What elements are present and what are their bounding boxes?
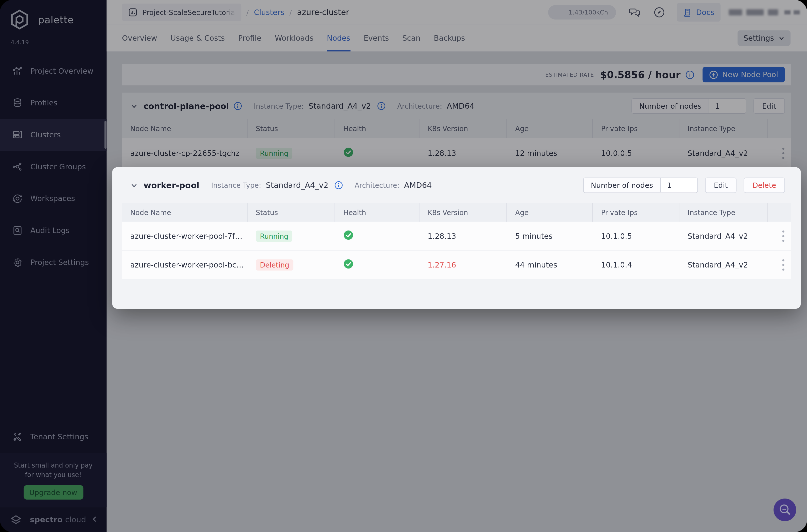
node-name-cell: azure-cluster-worker-pool-bc… xyxy=(122,261,248,269)
number-of-nodes-control: Number of nodes xyxy=(583,177,698,193)
delete-pool-button[interactable]: Delete xyxy=(744,177,785,193)
k8s-version-cell: 1.27.16 xyxy=(419,261,507,269)
pool-header-worker: worker-pool Instance Type: Standard_A4_v… xyxy=(122,167,791,203)
worker-pool-spotlight-card: worker-pool Instance Type: Standard_A4_v… xyxy=(112,167,801,308)
health-cell xyxy=(335,259,419,270)
k8s-version-cell: 1.28.13 xyxy=(419,232,507,240)
col-private-ips: Private Ips xyxy=(593,203,679,222)
row-menu-kebab-icon[interactable] xyxy=(768,258,791,272)
age-cell: 44 minutes xyxy=(507,261,593,269)
col-node-name: Node Name xyxy=(122,203,248,222)
status-badge: Deleting xyxy=(256,259,293,270)
collapse-chevron-icon[interactable] xyxy=(130,181,138,189)
search-smile-icon xyxy=(778,503,792,517)
instance-type-cell: Standard_A4_v2 xyxy=(679,232,768,240)
col-instance-type: Instance Type xyxy=(679,203,768,222)
table-row[interactable]: azure-cluster-worker-pool-7f… Running 1.… xyxy=(122,222,791,250)
health-cell xyxy=(335,230,419,242)
health-check-icon xyxy=(343,259,354,269)
col-actions xyxy=(768,203,791,222)
architecture-label: Architecture: xyxy=(355,181,399,189)
col-age: Age xyxy=(507,203,593,222)
number-of-nodes-label: Number of nodes xyxy=(584,178,660,193)
col-status: Status xyxy=(248,203,335,222)
row-menu-kebab-icon[interactable] xyxy=(768,229,791,243)
table-row[interactable]: azure-cluster-worker-pool-bc… Deleting 1… xyxy=(122,250,791,279)
instance-type-value: Standard_A4_v2 xyxy=(266,180,328,190)
architecture-value: AMD64 xyxy=(404,180,432,190)
col-k8s-version: K8s Version xyxy=(419,203,507,222)
edit-pool-button[interactable]: Edit xyxy=(705,177,736,193)
col-health: Health xyxy=(335,203,419,222)
status-cell: Deleting xyxy=(248,259,335,270)
instance-type-cell: Standard_A4_v2 xyxy=(679,261,768,269)
private-ip-cell: 10.1.0.5 xyxy=(593,232,679,240)
table-header-row: Node Name Status Health K8s Version Age … xyxy=(122,203,791,222)
status-cell: Running xyxy=(248,230,335,242)
health-check-icon xyxy=(343,230,354,240)
instance-type-info-icon[interactable] xyxy=(335,181,343,189)
status-badge: Running xyxy=(256,230,293,242)
pool-name: worker-pool xyxy=(144,180,200,190)
private-ip-cell: 10.1.0.4 xyxy=(593,261,679,269)
number-of-nodes-input[interactable] xyxy=(660,178,697,193)
app-window: palette 4.4.19 Project Overview Profiles xyxy=(0,0,807,532)
instance-type-label: Instance Type: xyxy=(211,181,261,189)
node-name-cell: azure-cluster-worker-pool-7f… xyxy=(122,232,248,240)
age-cell: 5 minutes xyxy=(507,232,593,240)
pool-actions: Number of nodes Edit Delete xyxy=(583,177,785,193)
nodes-table-worker: Node Name Status Health K8s Version Age … xyxy=(122,203,791,280)
support-search-fab[interactable] xyxy=(773,498,796,521)
